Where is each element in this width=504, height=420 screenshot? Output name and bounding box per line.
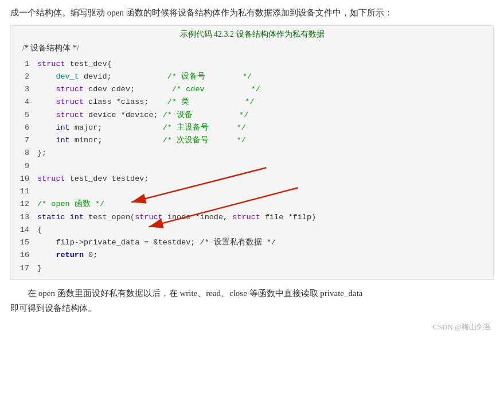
line-content: int minor; /* 次设备号 */ xyxy=(37,134,487,147)
line-number: 10 xyxy=(17,173,29,185)
code-line: 1struct test_dev{ xyxy=(17,58,487,71)
line-content: } xyxy=(37,262,487,275)
line-number: 4 xyxy=(17,96,29,108)
line-content: }; xyxy=(37,147,487,160)
code-line: 2 dev_t devid; /* 设备号 */ xyxy=(17,71,487,83)
code-line: 15 filp->private_data = &testdev; /* 设置私… xyxy=(17,236,487,249)
code-line: 5 struct device *device; /* 设备 */ xyxy=(17,109,487,122)
code-line: 14{ xyxy=(17,224,487,236)
code-line: 10struct test_dev testdev; xyxy=(17,173,487,185)
line-number: 8 xyxy=(17,147,29,160)
intro-text: 成一个结构体。编写驱动 open 函数的时候将设备结构体作为私有数据添加到设备文… xyxy=(10,6,494,21)
comment-above: /* 设备结构体 */ xyxy=(11,42,493,56)
line-number: 13 xyxy=(17,211,29,224)
line-content: return 0; xyxy=(37,249,487,262)
page-container: 成一个结构体。编写驱动 open 函数的时候将设备结构体作为私有数据添加到设备文… xyxy=(0,0,504,341)
code-line: 11 xyxy=(17,185,487,198)
line-number: 7 xyxy=(17,134,29,147)
code-area: 1struct test_dev{2 dev_t devid; /* 设备号 *… xyxy=(11,56,493,280)
line-content: dev_t devid; /* 设备号 */ xyxy=(37,71,487,83)
code-line: 4 struct class *class; /* 类 */ xyxy=(17,96,487,108)
code-line: 7 int minor; /* 次设备号 */ xyxy=(17,134,487,147)
code-line: 9 xyxy=(17,160,487,173)
footer-credit: CSDN @梅山剑客 xyxy=(10,322,494,332)
code-block: 示例代码 42.3.2 设备结构体作为私有数据 /* 设备结构体 */ xyxy=(10,25,494,281)
code-line: 3 struct cdev cdev; /* cdev */ xyxy=(17,83,487,96)
line-content: static int test_open(struct inode *inode… xyxy=(37,211,487,224)
code-line: 13static int test_open(struct inode *ino… xyxy=(17,211,487,224)
line-content: struct class *class; /* 类 */ xyxy=(37,96,487,108)
code-line: 12/* open 函数 */ xyxy=(17,198,487,211)
line-content: /* open 函数 */ xyxy=(37,198,487,211)
line-number: 12 xyxy=(17,198,29,211)
line-content: struct cdev cdev; /* cdev */ xyxy=(37,83,487,96)
code-line: 17} xyxy=(17,262,487,275)
line-content: int major; /* 主设备号 */ xyxy=(37,122,487,134)
line-number: 9 xyxy=(17,160,29,173)
line-number: 5 xyxy=(17,109,29,122)
line-content: filp->private_data = &testdev; /* 设置私有数据… xyxy=(37,236,487,249)
line-content: { xyxy=(37,224,487,236)
line-content: struct test_dev{ xyxy=(37,58,487,71)
code-line: 6 int major; /* 主设备号 */ xyxy=(17,122,487,134)
code-lines-container: 1struct test_dev{2 dev_t devid; /* 设备号 *… xyxy=(17,58,487,275)
line-number: 15 xyxy=(17,236,29,249)
line-number: 14 xyxy=(17,224,29,236)
outro-text: 在 open 函数里面设好私有数据以后，在 write、read、close 等… xyxy=(10,286,494,316)
line-number: 1 xyxy=(17,58,29,71)
line-number: 3 xyxy=(17,83,29,96)
line-number: 6 xyxy=(17,122,29,134)
code-line: 8}; xyxy=(17,147,487,160)
line-content: struct device *device; /* 设备 */ xyxy=(37,109,487,122)
line-number: 2 xyxy=(17,71,29,83)
line-number: 17 xyxy=(17,262,29,275)
code-line: 16 return 0; xyxy=(17,249,487,262)
line-content: struct test_dev testdev; xyxy=(37,173,487,185)
code-title: 示例代码 42.3.2 设备结构体作为私有数据 xyxy=(11,26,493,42)
line-number: 16 xyxy=(17,249,29,262)
line-number: 11 xyxy=(17,185,29,198)
